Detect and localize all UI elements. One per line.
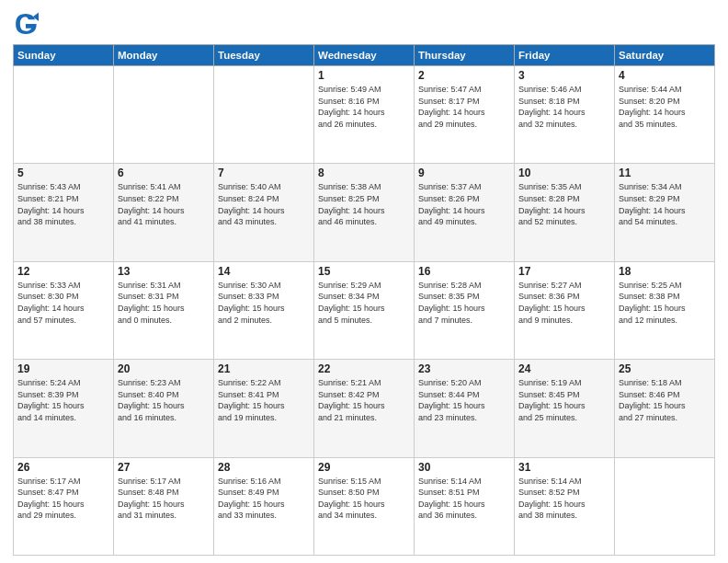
day-number: 9 <box>418 167 510 179</box>
day-number: 13 <box>118 265 210 278</box>
week-row-4: 19Sunrise: 5:24 AM Sunset: 8:39 PM Dayli… <box>14 360 715 457</box>
week-row-2: 5Sunrise: 5:43 AM Sunset: 8:21 PM Daylig… <box>14 164 715 261</box>
day-info: Sunrise: 5:29 AM Sunset: 8:34 PM Dayligh… <box>318 280 410 326</box>
day-number: 29 <box>318 461 410 474</box>
day-cell: 29Sunrise: 5:15 AM Sunset: 8:50 PM Dayli… <box>314 457 415 555</box>
header <box>13 11 715 37</box>
day-info: Sunrise: 5:14 AM Sunset: 8:52 PM Dayligh… <box>518 476 610 522</box>
day-cell <box>14 66 114 164</box>
day-info: Sunrise: 5:19 AM Sunset: 8:45 PM Dayligh… <box>518 377 610 423</box>
day-cell: 23Sunrise: 5:20 AM Sunset: 8:44 PM Dayli… <box>415 360 515 457</box>
day-number: 11 <box>619 167 711 179</box>
logo-icon <box>13 11 39 37</box>
day-info: Sunrise: 5:17 AM Sunset: 8:48 PM Dayligh… <box>118 476 210 522</box>
day-cell: 19Sunrise: 5:24 AM Sunset: 8:39 PM Dayli… <box>14 360 114 457</box>
day-info: Sunrise: 5:15 AM Sunset: 8:50 PM Dayligh… <box>318 476 410 522</box>
day-cell: 26Sunrise: 5:17 AM Sunset: 8:47 PM Dayli… <box>14 457 114 555</box>
day-cell: 2Sunrise: 5:47 AM Sunset: 8:17 PM Daylig… <box>415 66 515 164</box>
day-number: 23 <box>418 362 510 375</box>
day-info: Sunrise: 5:18 AM Sunset: 8:46 PM Dayligh… <box>619 377 711 423</box>
day-info: Sunrise: 5:44 AM Sunset: 8:20 PM Dayligh… <box>619 84 711 130</box>
day-info: Sunrise: 5:22 AM Sunset: 8:41 PM Dayligh… <box>218 377 310 423</box>
page: SundayMondayTuesdayWednesdayThursdayFrid… <box>0 0 728 563</box>
day-cell: 4Sunrise: 5:44 AM Sunset: 8:20 PM Daylig… <box>615 66 715 164</box>
day-number: 28 <box>218 461 310 474</box>
day-info: Sunrise: 5:38 AM Sunset: 8:25 PM Dayligh… <box>318 181 410 227</box>
day-info: Sunrise: 5:31 AM Sunset: 8:31 PM Dayligh… <box>118 280 210 326</box>
week-row-5: 26Sunrise: 5:17 AM Sunset: 8:47 PM Dayli… <box>14 457 715 555</box>
day-cell: 13Sunrise: 5:31 AM Sunset: 8:31 PM Dayli… <box>114 261 214 359</box>
day-number: 10 <box>518 167 610 179</box>
day-cell: 1Sunrise: 5:49 AM Sunset: 8:16 PM Daylig… <box>314 66 415 164</box>
day-info: Sunrise: 5:35 AM Sunset: 8:28 PM Dayligh… <box>518 181 610 227</box>
day-cell: 17Sunrise: 5:27 AM Sunset: 8:36 PM Dayli… <box>515 261 615 359</box>
day-cell: 21Sunrise: 5:22 AM Sunset: 8:41 PM Dayli… <box>214 360 314 457</box>
day-number: 3 <box>518 69 610 82</box>
day-number: 16 <box>418 265 510 278</box>
day-info: Sunrise: 5:47 AM Sunset: 8:17 PM Dayligh… <box>418 84 510 130</box>
day-number: 4 <box>619 69 711 82</box>
day-info: Sunrise: 5:27 AM Sunset: 8:36 PM Dayligh… <box>518 280 610 326</box>
day-cell: 9Sunrise: 5:37 AM Sunset: 8:26 PM Daylig… <box>415 164 515 261</box>
day-number: 27 <box>118 461 210 474</box>
day-cell: 27Sunrise: 5:17 AM Sunset: 8:48 PM Dayli… <box>114 457 214 555</box>
day-number: 7 <box>218 167 310 179</box>
day-number: 12 <box>17 265 109 278</box>
day-number: 1 <box>318 69 410 82</box>
day-cell: 7Sunrise: 5:40 AM Sunset: 8:24 PM Daylig… <box>214 164 314 261</box>
day-cell: 5Sunrise: 5:43 AM Sunset: 8:21 PM Daylig… <box>14 164 114 261</box>
day-cell: 25Sunrise: 5:18 AM Sunset: 8:46 PM Dayli… <box>615 360 715 457</box>
day-cell: 20Sunrise: 5:23 AM Sunset: 8:40 PM Dayli… <box>114 360 214 457</box>
weekday-header-friday: Friday <box>515 45 615 66</box>
day-number: 22 <box>318 362 410 375</box>
day-cell <box>114 66 214 164</box>
day-cell: 15Sunrise: 5:29 AM Sunset: 8:34 PM Dayli… <box>314 261 415 359</box>
day-cell: 3Sunrise: 5:46 AM Sunset: 8:18 PM Daylig… <box>515 66 615 164</box>
day-number: 19 <box>17 362 109 375</box>
day-info: Sunrise: 5:46 AM Sunset: 8:18 PM Dayligh… <box>518 84 610 130</box>
day-cell: 24Sunrise: 5:19 AM Sunset: 8:45 PM Dayli… <box>515 360 615 457</box>
day-info: Sunrise: 5:16 AM Sunset: 8:49 PM Dayligh… <box>218 476 310 522</box>
day-info: Sunrise: 5:30 AM Sunset: 8:33 PM Dayligh… <box>218 280 310 326</box>
day-number: 30 <box>418 461 510 474</box>
logo <box>13 11 42 37</box>
day-number: 17 <box>518 265 610 278</box>
weekday-header-monday: Monday <box>114 45 214 66</box>
day-info: Sunrise: 5:49 AM Sunset: 8:16 PM Dayligh… <box>318 84 410 130</box>
day-cell <box>214 66 314 164</box>
day-number: 8 <box>318 167 410 179</box>
day-number: 14 <box>218 265 310 278</box>
weekday-header-saturday: Saturday <box>615 45 715 66</box>
day-info: Sunrise: 5:25 AM Sunset: 8:38 PM Dayligh… <box>619 280 711 326</box>
day-cell: 6Sunrise: 5:41 AM Sunset: 8:22 PM Daylig… <box>114 164 214 261</box>
day-cell <box>615 457 715 555</box>
day-info: Sunrise: 5:40 AM Sunset: 8:24 PM Dayligh… <box>218 181 310 227</box>
day-info: Sunrise: 5:41 AM Sunset: 8:22 PM Dayligh… <box>118 181 210 227</box>
day-cell: 10Sunrise: 5:35 AM Sunset: 8:28 PM Dayli… <box>515 164 615 261</box>
day-info: Sunrise: 5:33 AM Sunset: 8:30 PM Dayligh… <box>17 280 109 326</box>
day-number: 24 <box>518 362 610 375</box>
day-info: Sunrise: 5:21 AM Sunset: 8:42 PM Dayligh… <box>318 377 410 423</box>
week-row-1: 1Sunrise: 5:49 AM Sunset: 8:16 PM Daylig… <box>14 66 715 164</box>
week-row-3: 12Sunrise: 5:33 AM Sunset: 8:30 PM Dayli… <box>14 261 715 359</box>
day-cell: 11Sunrise: 5:34 AM Sunset: 8:29 PM Dayli… <box>615 164 715 261</box>
day-number: 15 <box>318 265 410 278</box>
day-cell: 28Sunrise: 5:16 AM Sunset: 8:49 PM Dayli… <box>214 457 314 555</box>
weekday-header-sunday: Sunday <box>14 45 114 66</box>
day-number: 31 <box>518 461 610 474</box>
day-number: 21 <box>218 362 310 375</box>
day-cell: 31Sunrise: 5:14 AM Sunset: 8:52 PM Dayli… <box>515 457 615 555</box>
day-number: 26 <box>17 461 109 474</box>
day-number: 2 <box>418 69 510 82</box>
day-cell: 8Sunrise: 5:38 AM Sunset: 8:25 PM Daylig… <box>314 164 415 261</box>
day-cell: 30Sunrise: 5:14 AM Sunset: 8:51 PM Dayli… <box>415 457 515 555</box>
day-info: Sunrise: 5:37 AM Sunset: 8:26 PM Dayligh… <box>418 181 510 227</box>
weekday-header-wednesday: Wednesday <box>314 45 415 66</box>
weekday-header-row: SundayMondayTuesdayWednesdayThursdayFrid… <box>14 45 715 66</box>
day-number: 18 <box>619 265 711 278</box>
weekday-header-thursday: Thursday <box>415 45 515 66</box>
day-cell: 22Sunrise: 5:21 AM Sunset: 8:42 PM Dayli… <box>314 360 415 457</box>
day-info: Sunrise: 5:24 AM Sunset: 8:39 PM Dayligh… <box>17 377 109 423</box>
day-number: 5 <box>17 167 109 179</box>
day-info: Sunrise: 5:34 AM Sunset: 8:29 PM Dayligh… <box>619 181 711 227</box>
